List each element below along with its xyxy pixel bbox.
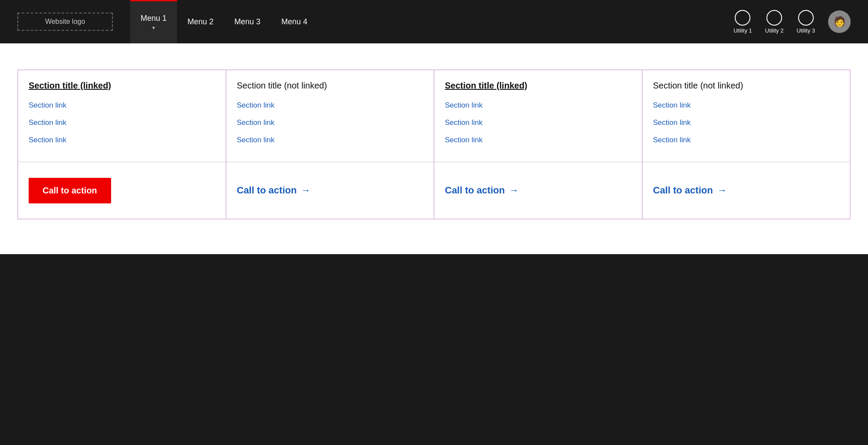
menu-column-4-top: Section title (not linked) Section link … xyxy=(643,70,850,162)
cta-link-4[interactable]: Call to action → xyxy=(653,185,727,196)
utility-3-icon xyxy=(798,10,814,26)
section-link-4-1[interactable]: Section link xyxy=(653,101,840,110)
user-avatar[interactable]: 🧑 xyxy=(828,10,851,33)
section-title-1[interactable]: Section title (linked) xyxy=(29,81,215,91)
section-link-3-3[interactable]: Section link xyxy=(445,136,631,144)
menu-column-2: Section title (not linked) Section link … xyxy=(226,70,434,219)
utility-2-icon xyxy=(766,10,782,26)
section-link-2-2[interactable]: Section link xyxy=(237,118,424,127)
cta-arrow-4: → xyxy=(717,185,727,196)
footer-bar xyxy=(0,254,868,306)
section-link-1-2[interactable]: Section link xyxy=(29,118,215,127)
utility-1-icon xyxy=(735,10,750,26)
menu-column-4: Section title (not linked) Section link … xyxy=(642,70,851,219)
utility-3[interactable]: Utility 3 xyxy=(796,10,815,34)
cta-arrow-3: → xyxy=(509,185,519,196)
cta-link-3[interactable]: Call to action → xyxy=(445,185,519,196)
section-link-3-1[interactable]: Section link xyxy=(445,101,631,110)
section-link-2-3[interactable]: Section link xyxy=(237,136,424,144)
cta-button-1[interactable]: Call to action xyxy=(29,178,111,203)
cta-arrow-2: → xyxy=(301,185,311,196)
menu-column-3: Section title (linked) Section link Sect… xyxy=(434,70,642,219)
utility-2[interactable]: Utility 2 xyxy=(765,10,784,34)
nav-menu: Menu 1 Menu 2 Menu 3 Menu 4 xyxy=(130,0,733,43)
section-link-3-2[interactable]: Section link xyxy=(445,118,631,127)
section-link-1-1[interactable]: Section link xyxy=(29,101,215,110)
navbar: Website logo Menu 1 Menu 2 Menu 3 Menu 4… xyxy=(0,0,868,43)
section-title-2: Section title (not linked) xyxy=(237,81,424,91)
menu-column-1-bottom: Call to action xyxy=(18,162,226,219)
nav-item-menu3[interactable]: Menu 3 xyxy=(224,0,271,43)
utility-1[interactable]: Utility 1 xyxy=(733,10,752,34)
menu-column-1-top: Section title (linked) Section link Sect… xyxy=(18,70,226,162)
menu-column-4-bottom: Call to action → xyxy=(643,162,850,219)
section-link-4-2[interactable]: Section link xyxy=(653,118,840,127)
main-content: Section title (linked) Section link Sect… xyxy=(0,43,868,254)
nav-item-menu1[interactable]: Menu 1 xyxy=(130,0,177,43)
nav-item-menu4[interactable]: Menu 4 xyxy=(271,0,318,43)
menu-column-2-bottom: Call to action → xyxy=(227,162,434,219)
menu-column-1: Section title (linked) Section link Sect… xyxy=(18,70,226,219)
cta-link-2[interactable]: Call to action → xyxy=(237,185,311,196)
menu-column-2-top: Section title (not linked) Section link … xyxy=(227,70,434,162)
section-link-1-3[interactable]: Section link xyxy=(29,136,215,144)
mega-menu-grid: Section title (linked) Section link Sect… xyxy=(17,69,851,219)
menu-column-3-bottom: Call to action → xyxy=(434,162,642,219)
menu-column-3-top: Section title (linked) Section link Sect… xyxy=(434,70,642,162)
section-link-2-1[interactable]: Section link xyxy=(237,101,424,110)
nav-utilities: Utility 1 Utility 2 Utility 3 🧑 xyxy=(733,10,851,34)
section-title-4: Section title (not linked) xyxy=(653,81,840,91)
section-title-3[interactable]: Section title (linked) xyxy=(445,81,631,91)
section-link-4-3[interactable]: Section link xyxy=(653,136,840,144)
nav-item-menu2[interactable]: Menu 2 xyxy=(177,0,224,43)
website-logo[interactable]: Website logo xyxy=(17,13,113,31)
